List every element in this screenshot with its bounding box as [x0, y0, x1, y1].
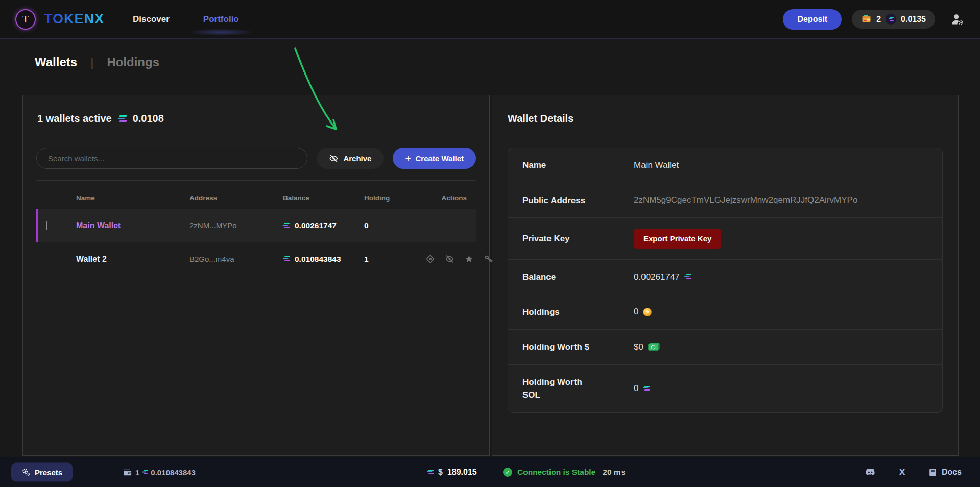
- account-settings-icon[interactable]: [950, 12, 965, 27]
- detail-row-holdings: Holdings 0 ★: [508, 295, 942, 330]
- tab-holdings[interactable]: Holdings: [107, 55, 159, 69]
- detail-row-name: Name Main Wallet: [508, 148, 942, 183]
- active-wallet-count: 1: [135, 468, 139, 477]
- search-input[interactable]: [36, 148, 307, 169]
- active-tab-glow: [188, 29, 254, 36]
- nav-links: Discover Portfolio: [133, 14, 239, 25]
- wallet-balance: 0.00261747: [295, 221, 337, 230]
- solana-icon: [889, 17, 894, 21]
- solana-icon: [283, 223, 290, 228]
- row-checkbox[interactable]: [46, 221, 47, 230]
- solana-icon: [427, 470, 434, 475]
- wallets-active-sol: 0.0108: [133, 113, 164, 125]
- currency-symbol: $: [438, 468, 443, 477]
- discord-icon[interactable]: [864, 466, 876, 478]
- favorite-star-icon[interactable]: [464, 254, 474, 264]
- create-wallet-label: Create Wallet: [416, 154, 464, 163]
- wallets-table: Name Address Balance Holding Actions Mai…: [36, 182, 476, 276]
- app-logo[interactable]: T: [15, 9, 36, 30]
- connection-status-text: Connection is Stable: [517, 468, 595, 477]
- deposit-button[interactable]: Deposit: [783, 9, 842, 30]
- wallet-count: 2: [876, 15, 881, 24]
- portfolio-tabs: Wallets | Holdings: [35, 55, 980, 69]
- solana-icon: [142, 470, 148, 475]
- wallet-holding: 0: [364, 221, 425, 230]
- nav-link-portfolio[interactable]: Portfolio: [203, 14, 239, 25]
- detail-row-private-key: Private Key Export Private Key: [508, 218, 942, 260]
- detail-row-worth-sol: Holding Worth SOL 0: [508, 365, 942, 412]
- logo-letter: T: [22, 14, 29, 25]
- detail-value-worth-sol: 0: [634, 383, 638, 394]
- wallet-holding: 1: [364, 255, 425, 264]
- latency-value: 20 ms: [603, 468, 625, 477]
- solana-icon: [118, 115, 127, 123]
- detail-row-balance: Balance 0.00261747: [508, 260, 942, 295]
- statusbar-divider: [106, 465, 106, 480]
- wallet-address: 2zNM...MYPo: [189, 221, 283, 230]
- presets-button[interactable]: Presets: [11, 463, 73, 482]
- detail-row-public-address: Public Address 2zNM5g9CgecTmVLGJejzswrMn…: [508, 183, 942, 218]
- social-links: X Docs: [864, 466, 962, 478]
- check-circle-icon: ✓: [503, 468, 512, 477]
- table-row[interactable]: Main Wallet 2zNM...MYPo 0.00261747 0: [36, 209, 476, 242]
- detail-value-worth-usd: $0: [634, 342, 643, 352]
- wallet-details-card: Name Main Wallet Public Address 2zNM5g9C…: [508, 148, 943, 413]
- create-wallet-button[interactable]: + Create Wallet: [393, 148, 476, 169]
- detail-value-holdings: 0: [634, 307, 638, 317]
- x-twitter-icon[interactable]: X: [899, 467, 905, 478]
- col-balance: Balance: [283, 194, 364, 202]
- wallets-active-summary: 1 wallets active 0.0108: [36, 109, 476, 136]
- top-navbar: T TOKENX Discover Portfolio Deposit 2 0.…: [0, 0, 980, 39]
- detail-row-worth-usd: Holding Worth $ $0: [508, 330, 942, 365]
- docs-link[interactable]: Docs: [928, 468, 962, 477]
- wallet-balance: 0.010843843: [295, 255, 341, 264]
- status-bar: Presets 1 0.010843843 $ 189.015 ✓ Connec…: [0, 457, 980, 487]
- navbar-right: Deposit 2 0.0135: [783, 9, 965, 30]
- detail-label: Name: [522, 159, 597, 172]
- presets-label: Presets: [35, 468, 62, 477]
- coin-icon: ★: [643, 308, 652, 316]
- active-wallet-summary: 1 0.010843843: [123, 468, 196, 477]
- solana-icon: [643, 386, 650, 392]
- book-icon: [928, 468, 938, 477]
- wallet-summary-pill[interactable]: 2 0.0135: [852, 10, 935, 29]
- nav-link-discover[interactable]: Discover: [133, 14, 170, 25]
- divider: [508, 136, 943, 136]
- x-logo: X: [899, 467, 905, 478]
- wallet-name: Wallet 2: [76, 255, 189, 264]
- plus-icon: +: [405, 154, 411, 163]
- eye-off-icon: [329, 154, 339, 163]
- detail-label: Holdings: [522, 306, 597, 319]
- tab-separator: |: [90, 55, 93, 69]
- hide-wallet-icon[interactable]: [445, 254, 455, 264]
- archive-button[interactable]: Archive: [317, 148, 384, 169]
- send-icon[interactable]: [425, 254, 435, 264]
- main-content: 1 wallets active 0.0108 Archive + Create…: [22, 95, 959, 456]
- gears-icon: [21, 468, 30, 477]
- export-private-key-button[interactable]: Export Private Key: [634, 229, 721, 249]
- wallet-icon: [123, 468, 132, 477]
- detail-label: Public Address: [522, 194, 597, 207]
- archive-label: Archive: [343, 154, 371, 163]
- solana-icon: [684, 274, 691, 280]
- private-key-icon[interactable]: [484, 254, 493, 264]
- wallet-address: B2Go...m4va: [189, 255, 283, 263]
- wallets-toolbar: Archive + Create Wallet: [36, 148, 476, 169]
- solana-icon: [283, 256, 290, 262]
- panel-title: Wallet Details: [508, 109, 943, 136]
- wallets-panel: 1 wallets active 0.0108 Archive + Create…: [22, 95, 490, 456]
- selected-row-indicator: [36, 209, 38, 242]
- active-wallet-sol: 0.010843843: [151, 468, 196, 477]
- col-name: Name: [76, 194, 189, 202]
- table-row[interactable]: Wallet 2 B2Go...m4va 0.010843843 1: [36, 242, 476, 276]
- table-header: Name Address Balance Holding Actions: [36, 182, 476, 209]
- detail-label: Balance: [522, 271, 597, 284]
- col-actions: Actions: [441, 194, 476, 202]
- wallet-emoji-icon: [861, 14, 872, 25]
- tab-wallets[interactable]: Wallets: [35, 55, 77, 69]
- sol-badge-icon: [886, 14, 896, 25]
- wallets-active-text: 1 wallets active: [37, 113, 112, 125]
- divider: [36, 180, 476, 181]
- nav-link-portfolio-label: Portfolio: [203, 14, 239, 24]
- divider: [36, 136, 476, 136]
